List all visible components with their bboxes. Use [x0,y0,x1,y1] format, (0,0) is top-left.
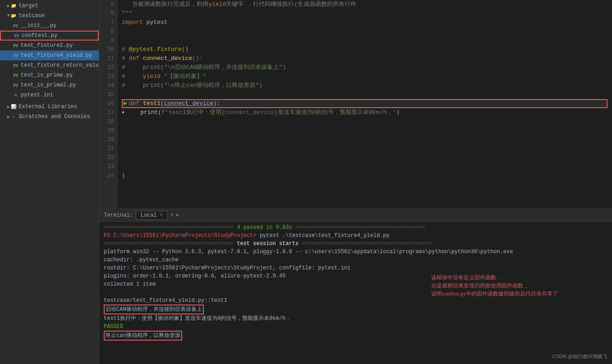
py-green-icon: py [13,82,19,88]
terminal-text: testcase/test_fixture4_yield.py::test1 [104,297,227,304]
chevron-down-icon[interactable]: ▾ [175,212,179,218]
arrow-icon: ▶ [7,105,9,109]
code-line-11: # def connect_device(): [122,54,607,63]
code-line-6: """ [122,9,607,18]
run-arrow-icon: ▶ [124,99,127,108]
sidebar-item-label: conftest.py [22,32,57,39]
sidebar-item-label: test_fixture1.py [21,42,73,49]
py-green-icon: py [13,42,19,49]
code-line-24: | [122,171,607,180]
sidebar-item-pytest-ini[interactable]: ⚙ pytest.ini [0,90,99,100]
sidebar-item-init[interactable]: py __init__.py [0,21,99,31]
folder-icon: 📂 [10,13,17,19]
code-text: # @pytest.fixture() [122,45,189,54]
sidebar-item-label: test_is_prime.py [21,72,73,78]
close-icon[interactable]: × [160,212,163,218]
terminal-line-5: rootdir: C:\Users\15561\PycharmProjects\… [104,264,607,272]
py-green-icon: py [13,52,19,59]
code-text: print(f'test1执行中：使用{connect_device}发送车速值… [126,108,400,117]
code-text: # print("\n启动CAN驱动程序，并连接到仪表设备上") [122,63,286,72]
sidebar-item-return-value[interactable]: py test_fixture_return_value.py [0,60,99,70]
code-text: import pytest [122,18,167,27]
terminal-line-2: ========================================… [104,240,607,248]
annotation-box: 该模块中没有定义固件函数， 但是观察结果发现仍然能使用固件函数， 说明conft… [431,273,558,298]
editor-panel: 5 6 7 8 9 10 11 12 13 14 15 16 17 18 19 … [99,0,612,364]
terminal-text: collected 1 item [104,281,156,287]
sidebar-item-fixture1[interactable]: py test_fixture1.py [0,41,99,50]
breakpoint-icon: ● [122,108,124,117]
sidebar-item-is-prime2[interactable]: py test_is_prime2.py [0,80,99,90]
terminal-line-0: ========================================… [104,223,607,232]
code-line-13: # yield "【驱动对象】" [122,72,607,81]
terminal-text: 启动CAN驱动程序，并连接到仪表设备上 [106,306,202,313]
sidebar-item-scratches[interactable]: ▶ ✏ Scratches and Consoles [0,112,99,122]
terminal-text: 终止can驱动程序，以释放资源 [106,332,180,339]
sidebar-item-conftest[interactable]: py conftest.py [0,31,99,41]
terminal-output-boxed2: 终止can驱动程序，以释放资源 [104,331,182,341]
terminal-line-12: PASSED [104,323,607,331]
terminal-text: ======================================== [295,224,425,231]
arrow-icon: ▶ [7,4,9,9]
terminal-line-11: test1执行中：使用【驱动对象】发送车速值为0的信号，预期显示未0km/h， [104,314,607,323]
main-container: ▶ 📁 target ▼ 📂 testcase py __init__.py p… [0,0,612,364]
cursor: | [122,171,125,180]
terminal-passed: PASSED [104,323,123,330]
code-editor[interactable]: 当被测函数执行完成后，利用yield关键字 ，行代码继续执行(生成器函数的所有行… [117,0,612,209]
annotation-line1: 该模块中没有定义固件函数， [431,273,558,282]
terminal-text: ======================================== [302,241,432,247]
terminal-content: ========================================… [99,222,612,364]
code-line-9 [122,36,607,45]
terminal-section: Terminal: Local × + ▾ ==================… [99,209,612,364]
sidebar-item-label: test_is_prime2.py [21,82,76,88]
code-line-15 [122,90,607,99]
code-line-17: ● print(f'test1执行中：使用{connect_device}发送车… [122,108,607,117]
terminal-tab-local[interactable]: Local × [136,211,168,220]
code-line-7: import pytest [122,18,607,27]
code-line-18 [122,117,607,126]
sidebar-item-label: test_fixture_return_value.py [21,62,99,68]
sidebar-item-label: testcase [18,13,45,19]
terminal-text: ======================================== [104,241,237,247]
terminal-text: PS C:\Users\15561\PycharmProjects\StudyP… [104,232,260,239]
sidebar-item-target[interactable]: ▶ 📁 target [0,1,99,11]
terminal-text: cachedir: .pytest_cache [104,257,179,263]
sidebar-item-label: External Libraries [18,104,77,110]
line-numbers: 5 6 7 8 9 10 11 12 13 14 15 16 17 18 19 … [99,0,117,209]
py-icon: py [14,32,20,39]
code-line-20 [122,135,607,144]
add-terminal-icon[interactable]: + [170,212,174,218]
terminal-output-boxed: 启动CAN驱动程序，并连接到仪表设备上 [104,305,204,314]
terminal-text: pytest .\testcase\test_fixture4_yield.py [260,232,390,239]
sidebar-item-label: pytest.ini [21,92,53,98]
code-text: # def connect_device(): [122,54,202,63]
code-line-8 [122,27,607,36]
arrow-icon: ▶ [7,114,9,119]
scratches-icon: ✏ [10,114,17,120]
py-green-icon: py [13,72,19,78]
sidebar-item-is-prime[interactable]: py test_is_prime.py [0,70,99,80]
terminal-text: rootdir: C:\Users\15561\PycharmProjects\… [104,265,350,271]
py-green-icon: py [13,62,19,68]
folder-icon: 📁 [10,3,17,9]
code-line-19 [122,126,607,135]
sidebar-item-testcase[interactable]: ▼ 📂 testcase [0,11,99,21]
code-line-21 [122,144,607,153]
terminal-tabs: Terminal: Local × + ▾ [99,209,612,222]
sidebar-item-label: target [18,3,38,9]
terminal-text: platform win32 -- Python 3.6.3, pytest-7… [104,249,513,255]
code-text: 当被测函数执行完成后，利用yield关键字 ，行代码继续执行(生成器函数的所有行… [122,0,356,9]
code-text: # yield "【驱动对象】" [122,72,206,81]
sidebar-item-fixture4[interactable]: py test_fixture4_yield.py [0,50,99,60]
terminal-line-3: platform win32 -- Python 3.6.3, pytest-7… [104,248,607,256]
ini-icon: ⚙ [13,92,19,98]
sidebar-item-label: test_fixture4_yield.py [21,52,92,59]
py-icon: py [13,23,19,29]
terminal-line-10: 启动CAN驱动程序，并连接到仪表设备上 [104,305,607,314]
terminal-line-4: cachedir: .pytest_cache [104,256,607,264]
terminal-line-13: 终止can驱动程序，以释放资源 [104,331,607,341]
sidebar-item-label: Scratches and Consoles [18,114,90,120]
sidebar-item-ext-libs[interactable]: ▶ 📊 External Libraries [0,102,99,112]
annotation-line3: 说明conftest.py中的固件函数被同级和后代目录共享了 [431,290,558,298]
sidebar-item-label: __init__.py [21,23,56,29]
terminal-line-1: PS C:\Users\15561\PycharmProjects\StudyP… [104,232,607,240]
